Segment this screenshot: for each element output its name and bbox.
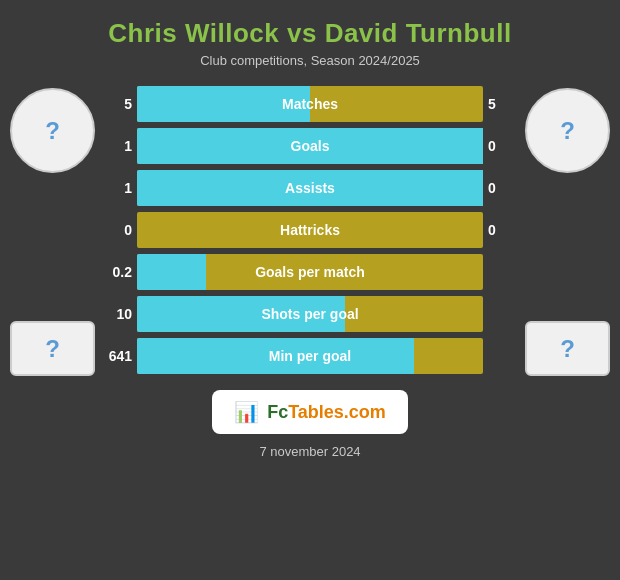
stat-right-assists: 0 xyxy=(483,180,515,196)
stat-row-hattricks: 0 Hattricks 0 xyxy=(105,212,515,248)
stat-bar-matches: Matches xyxy=(137,86,483,122)
stats-container: 5 Matches 5 1 Goals 0 1 Assists xyxy=(105,86,515,374)
right-avatar-top-icon: ? xyxy=(560,117,575,145)
stat-label-min-per-goal: Min per goal xyxy=(137,338,483,374)
stat-row-goals-per-match: 0.2 Goals per match xyxy=(105,254,515,290)
stat-row-goals: 1 Goals 0 xyxy=(105,128,515,164)
stat-left-goals: 1 xyxy=(105,138,137,154)
stat-bar-shots-per-goal: Shots per goal xyxy=(137,296,483,332)
stat-bar-goals-per-match: Goals per match xyxy=(137,254,483,290)
stat-bar-min-per-goal: Min per goal xyxy=(137,338,483,374)
page-title: Chris Willock vs David Turnbull xyxy=(108,18,511,49)
logo-text: FcTables.com xyxy=(267,402,386,423)
stat-row-shots-per-goal: 10 Shots per goal xyxy=(105,296,515,332)
left-avatar-bottom: ? xyxy=(10,321,95,376)
stat-label-goals: Goals xyxy=(137,128,483,164)
stat-right-goals: 0 xyxy=(483,138,515,154)
stat-label-goals-per-match: Goals per match xyxy=(137,254,483,290)
stat-row-min-per-goal: 641 Min per goal xyxy=(105,338,515,374)
footer-date: 7 november 2024 xyxy=(259,444,360,459)
stat-label-matches: Matches xyxy=(137,86,483,122)
stat-left-goals-per-match: 0.2 xyxy=(105,264,137,280)
right-avatar-bottom-icon: ? xyxy=(560,335,575,363)
stat-label-assists: Assists xyxy=(137,170,483,206)
left-avatar-top: ? xyxy=(10,88,95,173)
right-avatars: ? ? xyxy=(525,88,610,376)
page-subtitle: Club competitions, Season 2024/2025 xyxy=(200,53,420,68)
stat-label-shots-per-goal: Shots per goal xyxy=(137,296,483,332)
logo-chart-icon: 📊 xyxy=(234,400,259,424)
stat-left-assists: 1 xyxy=(105,180,137,196)
stat-bar-goals: Goals xyxy=(137,128,483,164)
stat-left-min-per-goal: 641 xyxy=(105,348,137,364)
left-avatar-bottom-icon: ? xyxy=(45,335,60,363)
stat-left-hattricks: 0 xyxy=(105,222,137,238)
stat-bar-assists: Assists xyxy=(137,170,483,206)
stat-right-hattricks: 0 xyxy=(483,222,515,238)
stat-bar-hattricks: Hattricks xyxy=(137,212,483,248)
right-avatar-top: ? xyxy=(525,88,610,173)
stat-row-matches: 5 Matches 5 xyxy=(105,86,515,122)
right-avatar-bottom: ? xyxy=(525,321,610,376)
left-avatars: ? ? xyxy=(10,88,95,376)
stat-label-hattricks: Hattricks xyxy=(137,212,483,248)
logo-area: 📊 FcTables.com xyxy=(212,390,408,434)
stat-row-assists: 1 Assists 0 xyxy=(105,170,515,206)
stat-right-matches: 5 xyxy=(483,96,515,112)
stat-left-shots-per-goal: 10 xyxy=(105,306,137,322)
stat-left-matches: 5 xyxy=(105,96,137,112)
left-avatar-top-icon: ? xyxy=(45,117,60,145)
